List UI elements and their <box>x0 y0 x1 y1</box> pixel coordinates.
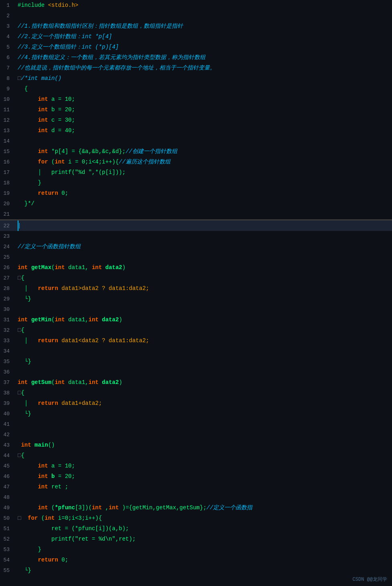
token-kw: int <box>88 316 98 323</box>
code-line: 46 int b = 20; <box>0 471 392 482</box>
token-plain: { <box>21 390 24 396</box>
line-number: 37 <box>0 380 14 386</box>
line-content: int b = 20; <box>14 104 392 115</box>
token-hdr: <stdio.h> <box>48 2 79 8</box>
token-kw: int <box>45 515 55 521</box>
code-line: 55 └} <box>0 565 392 576</box>
line-number: 42 <box>0 432 14 438</box>
line-number: 25 <box>0 254 14 260</box>
token-plain: = 20; <box>55 473 75 480</box>
line-number: 18 <box>0 180 14 186</box>
line-content: int a = 10; <box>14 461 392 471</box>
token-plain <box>18 190 38 196</box>
line-number: 43 <box>0 442 14 448</box>
token-kw: int <box>38 96 48 102</box>
code-lines: 1#include <stdio.h>23//1.指针数组和数组指针区别：指针数… <box>0 0 392 576</box>
line-number: 3 <box>0 23 14 29</box>
line-number: 23 <box>0 233 14 239</box>
line-content: □{ <box>14 325 392 335</box>
token-plain: data1, <box>65 264 92 271</box>
token-kw: int <box>18 316 28 323</box>
token-plain: b = 20; <box>48 106 75 113</box>
token-plain: d = 40; <box>48 127 75 134</box>
line-number: 38 <box>0 390 14 396</box>
token-kw: int <box>55 264 65 271</box>
token-fn: getMin <box>31 316 51 323</box>
line-number: 14 <box>0 138 14 144</box>
line-number: 53 <box>0 547 14 553</box>
code-line: 24//定义一个函数指针数组 <box>0 241 392 252</box>
line-number: 24 <box>0 244 14 250</box>
code-line: 26int getMax(int data1, int data2) <box>0 262 392 273</box>
line-number: 20 <box>0 201 14 207</box>
token-plain <box>99 316 102 323</box>
token-plain: ret = (*pfunc[i])(a,b); <box>18 525 129 532</box>
code-line: 32□{ <box>0 325 392 335</box>
line-number: 36 <box>0 369 14 375</box>
token-str: data1<data2 ? data1:data2; <box>61 337 149 344</box>
code-line: 16 for (int i = 0;i<4;i++){//遍历这个指针数组 <box>0 157 392 167</box>
code-line: 35 └} <box>0 356 392 367</box>
token-kw: int <box>38 127 48 134</box>
token-plain <box>18 148 38 155</box>
line-content: { <box>14 84 392 94</box>
line-content: □{ <box>14 273 392 283</box>
token-plain <box>58 337 61 344</box>
token-plain: () <box>48 442 55 448</box>
line-number: 51 <box>0 526 14 532</box>
token-plain <box>99 379 102 386</box>
line-content: //也就是说，指针数组中的每一个元素都存放一个地址，相当于一个指针变量。 <box>14 63 392 73</box>
line-number: 19 <box>0 190 14 196</box>
line-number: 52 <box>0 536 14 542</box>
token-inc: #include <box>18 2 45 8</box>
line-content: │ printf("%d ",*(p[i])); <box>14 167 392 178</box>
token-plain <box>28 316 31 323</box>
line-content: □{ <box>14 450 392 461</box>
token-kw: return <box>38 337 58 344</box>
line-content: □/*int main() <box>14 73 392 84</box>
token-kw: int <box>21 442 31 448</box>
code-line: 34 <box>0 346 392 356</box>
line-number: 48 <box>0 494 14 500</box>
token-cm: //1.指针数组和数组指针区别：指针数组是数组，数组指针是指针 <box>18 23 183 29</box>
token-kw: int <box>38 504 48 511</box>
token-plain <box>28 264 31 271</box>
token-plain <box>28 379 31 386</box>
line-number: 31 <box>0 317 14 323</box>
line-number: 7 <box>0 65 14 71</box>
code-line: 10 int a = 10; <box>0 94 392 104</box>
line-number: 34 <box>0 348 14 354</box>
token-fn: data2 <box>106 264 122 271</box>
token-plain: ) <box>122 264 126 271</box>
token-plain <box>48 473 51 480</box>
token-cm: //2.定义一个指针数组：int *p[4] <box>18 33 112 40</box>
code-line: 8□/*int main() <box>0 73 392 84</box>
line-content: │ return data1<data2 ? data1:data2; <box>14 335 392 346</box>
code-line: 44□{ <box>0 450 392 461</box>
line-number: 29 <box>0 296 14 302</box>
line-content: #include <stdio.h> <box>14 0 392 10</box>
code-line: 43 int main() <box>0 440 392 450</box>
token-kw: return <box>38 400 58 406</box>
token-plain: └} <box>18 358 31 365</box>
line-content: int a = 10; <box>14 94 392 104</box>
line-content: //1.指针数组和数组指针区别：指针数组是数组，数组指针是指针 <box>14 21 392 31</box>
code-line: 19 return 0; <box>0 188 392 198</box>
token-plain: ) <box>119 379 122 386</box>
token-plain: { <box>21 275 24 281</box>
code-line: 14 <box>0 136 392 146</box>
line-number: 45 <box>0 463 14 469</box>
token-kw: for <box>28 515 38 521</box>
line-content: int getSum(int data1,int data2) <box>14 377 392 388</box>
watermark-text: CSDN @@龙同学 <box>353 576 387 583</box>
token-plain: │ printf("%d ",*(p[i])); <box>18 169 126 176</box>
line-content: int getMin(int data1,int data2) <box>14 314 392 325</box>
token-kw: int <box>55 379 65 386</box>
line-number: 40 <box>0 411 14 417</box>
token-kw: int <box>109 504 119 511</box>
code-editor: 1#include <stdio.h>23//1.指针数组和数组指针区别：指针数… <box>0 0 392 586</box>
line-content: //4.指针数组定义：一个数组，若其元素均为指针类型数据，称为指针数组 <box>14 52 392 63</box>
token-plain: 0; <box>58 190 68 196</box>
token-plain <box>58 285 61 292</box>
token-fn: data2 <box>102 316 119 323</box>
